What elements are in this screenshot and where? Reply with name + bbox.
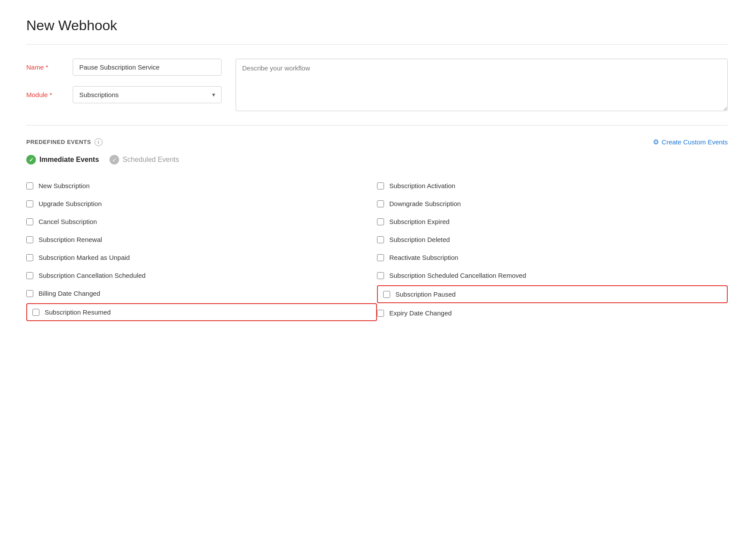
module-select-wrapper: Subscriptions Invoices Customers ▼ [73, 86, 222, 103]
info-icon[interactable]: i [95, 138, 102, 146]
list-item: Subscription Deleted [377, 231, 728, 248]
event-checkbox-right-0[interactable] [377, 182, 384, 189]
event-label: Subscription Activation [389, 182, 455, 189]
event-label: Expiry Date Changed [389, 309, 452, 317]
events-title-text: PREDEFINED EVENTS [26, 139, 91, 145]
event-label: Subscription Expired [389, 218, 450, 225]
event-checkbox-left-3[interactable] [26, 236, 33, 243]
event-checkbox-left-6[interactable] [26, 290, 33, 297]
event-label: Subscription Deleted [389, 236, 450, 243]
event-checkbox-right-5[interactable] [377, 272, 384, 279]
list-item: Subscription Resumed [26, 303, 377, 321]
form-fields: Name * Module * Subscriptions Invoices C… [26, 59, 222, 111]
list-item: Downgrade Subscription [377, 195, 728, 213]
events-title: PREDEFINED EVENTS i [26, 138, 102, 146]
gear-icon: ⚙ [653, 138, 659, 146]
tab-immediate[interactable]: ✓ Immediate Events [26, 155, 99, 164]
events-section: PREDEFINED EVENTS i ⚙ Create Custom Even… [26, 125, 728, 322]
module-row: Module * Subscriptions Invoices Customer… [26, 86, 222, 103]
list-item: Subscription Activation [377, 177, 728, 195]
list-item: Subscription Renewal [26, 231, 377, 248]
event-label: Reactivate Subscription [389, 254, 458, 261]
event-label: Subscription Renewal [39, 236, 102, 243]
list-item: Subscription Expired [377, 213, 728, 231]
list-item: Subscription Scheduled Cancellation Remo… [377, 266, 728, 284]
list-item: Subscription Paused [377, 285, 728, 303]
name-input[interactable] [73, 59, 222, 76]
create-custom-label: Create Custom Events [662, 138, 728, 146]
event-label: Subscription Marked as Unpaid [39, 254, 130, 261]
event-label: Downgrade Subscription [389, 200, 461, 207]
form-section: Name * Module * Subscriptions Invoices C… [26, 59, 728, 111]
event-label: Upgrade Subscription [39, 200, 102, 207]
event-checkbox-left-4[interactable] [26, 254, 33, 261]
list-item: New Subscription [26, 177, 377, 195]
events-header: PREDEFINED EVENTS i ⚙ Create Custom Even… [26, 138, 728, 146]
immediate-check-icon: ✓ [26, 155, 36, 164]
description-textarea[interactable] [236, 59, 728, 111]
event-label: Billing Date Changed [39, 290, 100, 297]
event-label: New Subscription [39, 182, 90, 189]
tab-scheduled-label: Scheduled Events [123, 156, 179, 164]
events-grid: New SubscriptionUpgrade SubscriptionCanc… [26, 177, 728, 322]
event-label: Subscription Scheduled Cancellation Remo… [389, 272, 526, 279]
create-custom-events-link[interactable]: ⚙ Create Custom Events [653, 138, 728, 146]
list-item: Cancel Subscription [26, 213, 377, 231]
module-select[interactable]: Subscriptions Invoices Customers [73, 86, 222, 103]
event-checkbox-right-4[interactable] [377, 254, 384, 261]
header-divider [26, 44, 728, 45]
event-label: Subscription Resumed [45, 308, 111, 316]
scheduled-check-icon: ✓ [109, 155, 119, 164]
name-row: Name * [26, 59, 222, 76]
event-checkbox-left-2[interactable] [26, 218, 33, 225]
module-label: Module * [26, 91, 66, 98]
list-item: Subscription Cancellation Scheduled [26, 266, 377, 284]
event-checkbox-right-6[interactable] [383, 291, 390, 298]
list-item: Subscription Marked as Unpaid [26, 248, 377, 266]
event-checkbox-left-7[interactable] [32, 309, 39, 316]
event-checkbox-right-3[interactable] [377, 236, 384, 243]
list-item: Upgrade Subscription [26, 195, 377, 213]
event-label: Cancel Subscription [39, 218, 97, 225]
event-label: Subscription Paused [395, 290, 456, 298]
event-checkbox-right-2[interactable] [377, 218, 384, 225]
list-item: Reactivate Subscription [377, 248, 728, 266]
event-checkbox-left-1[interactable] [26, 200, 33, 207]
events-divider [26, 125, 728, 126]
event-checkbox-right-7[interactable] [377, 310, 384, 317]
list-item: Billing Date Changed [26, 284, 377, 302]
event-checkbox-left-5[interactable] [26, 272, 33, 279]
event-checkbox-right-1[interactable] [377, 200, 384, 207]
list-item: Expiry Date Changed [377, 304, 728, 322]
events-right-col: Subscription ActivationDowngrade Subscri… [377, 177, 728, 322]
event-label: Subscription Cancellation Scheduled [39, 272, 145, 279]
name-label: Name * [26, 63, 66, 71]
tab-immediate-label: Immediate Events [39, 156, 99, 164]
event-tabs: ✓ Immediate Events ✓ Scheduled Events [26, 155, 728, 164]
events-left-col: New SubscriptionUpgrade SubscriptionCanc… [26, 177, 377, 322]
page-title: New Webhook [26, 18, 728, 34]
tab-scheduled[interactable]: ✓ Scheduled Events [109, 155, 179, 164]
event-checkbox-left-0[interactable] [26, 182, 33, 189]
